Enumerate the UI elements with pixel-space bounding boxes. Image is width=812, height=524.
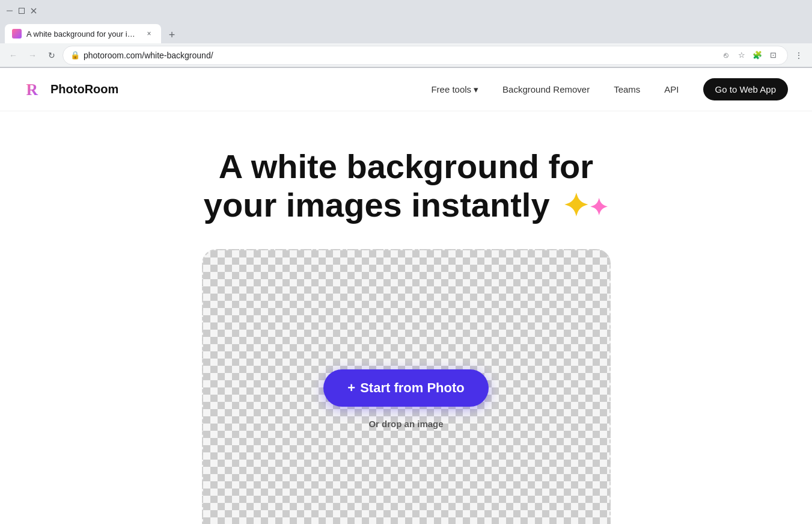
back-button[interactable]: ← — [5, 47, 22, 64]
reload-button[interactable]: ↻ — [43, 47, 60, 64]
title-bar — [0, 0, 812, 22]
logo-text: PhotoRoom — [50, 82, 118, 96]
nav-links: Free tools ▾ Background Remover Teams AP… — [421, 78, 788, 100]
plus-icon: + — [347, 380, 355, 396]
new-tab-button[interactable]: + — [163, 26, 180, 43]
forward-button[interactable]: → — [24, 47, 41, 64]
lock-icon: 🔒 — [70, 51, 80, 60]
address-bar-row: ← → ↻ 🔒 photoroom.com/white-background/ … — [0, 43, 812, 67]
browser-menu-button[interactable]: ⋮ — [790, 47, 807, 64]
logo-icon: R — [24, 79, 46, 100]
maximize-button[interactable] — [17, 6, 26, 16]
chevron-down-icon: ▾ — [474, 84, 478, 95]
address-actions: ⎋ ☆ 🧩 ⊡ — [719, 48, 780, 63]
minimize-button[interactable] — [5, 6, 14, 16]
navbar: R PhotoRoom Free tools ▾ Background Remo… — [0, 68, 812, 111]
page-content: R PhotoRoom Free tools ▾ Background Remo… — [0, 68, 812, 524]
tab-favicon — [12, 29, 22, 39]
active-tab[interactable]: A white background for your ima... × — [5, 24, 161, 43]
teams-link[interactable]: Teams — [604, 79, 650, 99]
browser-chrome: A white background for your ima... × + ←… — [0, 0, 812, 68]
share-icon[interactable]: ⎋ — [719, 48, 733, 63]
address-bar[interactable]: 🔒 photoroom.com/white-background/ ⎋ ☆ 🧩 … — [63, 46, 788, 65]
url-text: photoroom.com/white-background/ — [84, 51, 715, 60]
extensions-icon[interactable]: 🧩 — [750, 48, 765, 63]
bookmark-icon[interactable]: ☆ — [734, 48, 749, 63]
sidebar-icon[interactable]: ⊡ — [766, 48, 780, 63]
upload-btn-label: Start from Photo — [360, 380, 465, 396]
svg-rect-1 — [19, 8, 25, 14]
drop-hint: Or drop an image — [368, 419, 443, 429]
start-from-photo-button[interactable]: + Start from Photo — [323, 369, 488, 407]
tab-close-button[interactable]: × — [144, 29, 154, 39]
close-button[interactable] — [29, 6, 38, 16]
hero-title: A white background for your images insta… — [204, 147, 608, 225]
go-to-web-app-button[interactable]: Go to Web App — [703, 78, 788, 100]
background-remover-link[interactable]: Background Remover — [493, 79, 599, 99]
tab-bar: A white background for your ima... × + — [0, 22, 812, 43]
hero-section: A white background for your images insta… — [0, 111, 812, 524]
sparkle-icon: ✦✦ — [563, 188, 608, 224]
upload-area[interactable]: + Start from Photo Or drop an image — [202, 249, 611, 524]
window-controls — [5, 6, 38, 16]
api-link[interactable]: API — [655, 79, 688, 99]
svg-rect-0 — [7, 11, 13, 11]
logo-link[interactable]: R PhotoRoom — [24, 79, 118, 100]
free-tools-link[interactable]: Free tools ▾ — [421, 79, 488, 100]
svg-text:R: R — [26, 81, 38, 99]
tab-title: A white background for your ima... — [26, 29, 139, 39]
